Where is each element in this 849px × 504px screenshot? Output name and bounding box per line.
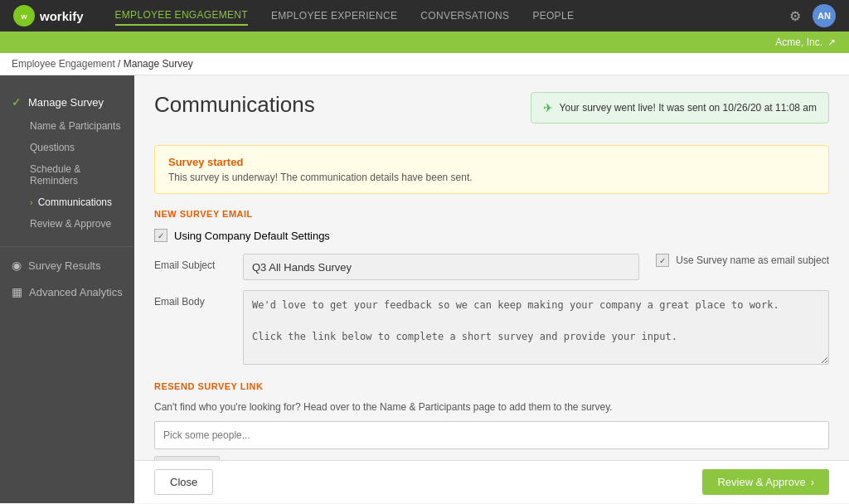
main-content: Communications ✈ Your survey went live! … <box>134 75 849 460</box>
check-icon: ✓ <box>12 95 22 109</box>
sidebar-schedule-reminders[interactable]: Schedule & Reminders <box>0 158 134 191</box>
header-right: ✈ Your survey went live! It was sent on … <box>531 92 829 135</box>
nav-employee-engagement[interactable]: EMPLOYEE ENGAGEMENT <box>115 6 248 26</box>
avatar[interactable]: AN <box>813 4 836 27</box>
sidebar-manage-survey[interactable]: ✓ Manage Survey <box>0 89 134 115</box>
top-nav: w workify EMPLOYEE ENGAGEMENT EMPLOYEE E… <box>0 0 849 32</box>
email-subject-row: Email Subject ✓ Use Survey name as email… <box>154 254 829 280</box>
review-approve-arrow: › <box>811 476 814 488</box>
sidebar: ✓ Manage Survey Name & Participants Ques… <box>0 75 134 503</box>
header-left: Communications <box>154 92 514 128</box>
chevron-right-icon: › <box>30 197 33 207</box>
pick-people-input[interactable] <box>154 421 829 449</box>
resend-header: RESEND SURVEY LINK <box>154 381 829 391</box>
using-default-checkbox[interactable]: ✓ <box>154 229 167 242</box>
sidebar-manage-section: ✓ Manage Survey Name & Participants Ques… <box>0 82 134 241</box>
logo: w workify <box>13 5 84 27</box>
survey-started-title: Survey started <box>168 156 815 168</box>
main-layout: ✓ Manage Survey Name & Participants Ques… <box>0 75 849 503</box>
logo-text: workify <box>40 9 84 23</box>
nav-right: ⚙ AN <box>789 4 836 27</box>
acme-bar: Acme, Inc. ↗ <box>0 32 849 53</box>
sidebar-manage-survey-label: Manage Survey <box>28 96 104 109</box>
sidebar-communications[interactable]: › Communications <box>0 191 134 213</box>
page-title: Communications <box>154 92 514 118</box>
survey-started-desc: This survey is underway! The communicati… <box>168 172 815 183</box>
breadcrumb: Employee Engagement / Manage Survey <box>0 53 849 75</box>
header-row: Communications ✈ Your survey went live! … <box>154 92 829 135</box>
using-default-row: ✓ Using Company Default Settings <box>154 229 829 242</box>
breadcrumb-parent[interactable]: Employee Engagement <box>12 58 115 70</box>
survey-live-banner: ✈ Your survey went live! It was sent on … <box>531 92 829 124</box>
breadcrumb-current: Manage Survey <box>124 58 193 70</box>
bottom-bar: Close Review & Approve › <box>134 460 849 503</box>
email-body-label: Email Body <box>154 290 233 308</box>
acme-text: Acme, Inc. <box>775 36 822 48</box>
svg-text:w: w <box>20 12 27 21</box>
resend-desc: Can't find who you're looking for? Head … <box>154 401 829 413</box>
sidebar-survey-results-label: Survey Results <box>28 259 100 272</box>
gear-icon[interactable]: ⚙ <box>789 8 801 24</box>
email-body-textarea[interactable]: We'd love to get your feedback so we can… <box>243 290 829 365</box>
analytics-icon: ▦ <box>12 285 22 298</box>
sidebar-review-approve[interactable]: Review & Approve <box>0 213 134 235</box>
use-survey-name-row: ✓ Use Survey name as email subject <box>656 254 829 267</box>
nav-conversations[interactable]: CONVERSATIONS <box>420 7 509 25</box>
sidebar-survey-results[interactable]: ◉ Survey Results <box>0 252 134 279</box>
nav-people[interactable]: PEOPLE <box>532 7 574 25</box>
survey-live-text: Your survey went live! It was sent on 10… <box>560 102 817 114</box>
sidebar-questions[interactable]: Questions <box>0 137 134 158</box>
content-wrapper: Communications ✈ Your survey went live! … <box>134 75 849 503</box>
logo-icon: w <box>13 5 35 27</box>
new-survey-email-section: NEW SURVEY EMAIL ✓ Using Company Default… <box>154 209 829 365</box>
sidebar-advanced-analytics-label: Advanced Analytics <box>29 286 123 298</box>
new-survey-email-header: NEW SURVEY EMAIL <box>154 209 829 219</box>
sidebar-name-participants[interactable]: Name & Participants <box>0 115 134 137</box>
survey-started-box: Survey started This survey is underway! … <box>154 145 829 194</box>
email-subject-label: Email Subject <box>154 254 233 271</box>
email-subject-input[interactable] <box>243 254 639 280</box>
sidebar-divider <box>0 246 134 247</box>
send-icon: ✈ <box>543 101 553 114</box>
review-approve-label: Review & Approve <box>717 476 805 488</box>
close-button[interactable]: Close <box>154 469 213 495</box>
resend-section: RESEND SURVEY LINK Can't find who you're… <box>154 381 829 460</box>
sidebar-advanced-analytics[interactable]: ▦ Advanced Analytics <box>0 279 134 305</box>
external-link-icon[interactable]: ↗ <box>827 36 836 48</box>
use-survey-name-label: Use Survey name as email subject <box>676 254 829 266</box>
survey-results-icon: ◉ <box>12 259 22 272</box>
use-survey-name-checkbox[interactable]: ✓ <box>656 254 669 267</box>
review-approve-button[interactable]: Review & Approve › <box>702 469 829 495</box>
nav-employee-experience[interactable]: EMPLOYEE EXPERIENCE <box>271 7 397 25</box>
using-default-label: Using Company Default Settings <box>174 230 330 242</box>
email-body-row: Email Body We'd love to get your feedbac… <box>154 290 829 365</box>
